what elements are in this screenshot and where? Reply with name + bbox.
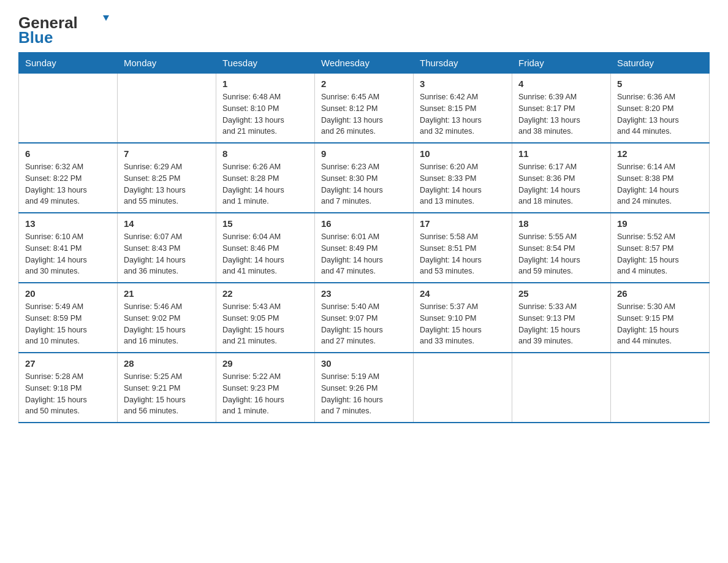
day-number: 26: [617, 288, 703, 299]
calendar-header-row: SundayMondayTuesdayWednesdayThursdayFrid…: [19, 53, 710, 74]
calendar-cell: 17Sunrise: 5:58 AM Sunset: 8:51 PM Dayli…: [414, 213, 512, 283]
day-info: Sunrise: 5:52 AM Sunset: 8:57 PM Dayligh…: [617, 231, 703, 277]
calendar-cell: 23Sunrise: 5:40 AM Sunset: 9:07 PM Dayli…: [315, 283, 414, 353]
calendar-cell: 18Sunrise: 5:55 AM Sunset: 8:54 PM Dayli…: [512, 213, 611, 283]
calendar-cell: [414, 353, 512, 423]
day-info: Sunrise: 6:10 AM Sunset: 8:41 PM Dayligh…: [25, 231, 111, 277]
day-number: 13: [25, 218, 111, 229]
page-header: General Blue: [18, 12, 710, 46]
day-number: 25: [518, 288, 604, 299]
day-number: 29: [222, 358, 308, 369]
day-number: 6: [25, 148, 111, 159]
calendar-cell: 16Sunrise: 6:01 AM Sunset: 8:49 PM Dayli…: [315, 213, 414, 283]
calendar-cell: 8Sunrise: 6:26 AM Sunset: 8:28 PM Daylig…: [216, 143, 315, 213]
day-info: Sunrise: 5:43 AM Sunset: 9:05 PM Dayligh…: [222, 301, 308, 347]
calendar-week-row: 20Sunrise: 5:49 AM Sunset: 8:59 PM Dayli…: [19, 283, 710, 353]
day-number: 27: [25, 358, 111, 369]
day-info: Sunrise: 5:33 AM Sunset: 9:13 PM Dayligh…: [518, 301, 604, 347]
calendar-cell: [19, 74, 118, 144]
calendar-cell: 22Sunrise: 5:43 AM Sunset: 9:05 PM Dayli…: [216, 283, 315, 353]
day-number: 3: [420, 79, 506, 89]
header-saturday: Saturday: [611, 53, 710, 74]
day-info: Sunrise: 6:26 AM Sunset: 8:28 PM Dayligh…: [222, 161, 308, 207]
calendar-cell: [512, 353, 611, 423]
day-info: Sunrise: 5:25 AM Sunset: 9:21 PM Dayligh…: [124, 371, 210, 417]
calendar-cell: 5Sunrise: 6:36 AM Sunset: 8:20 PM Daylig…: [611, 74, 710, 144]
header-thursday: Thursday: [414, 53, 512, 74]
day-info: Sunrise: 6:36 AM Sunset: 8:20 PM Dayligh…: [617, 91, 703, 137]
day-info: Sunrise: 5:37 AM Sunset: 9:10 PM Dayligh…: [420, 301, 506, 347]
day-number: 16: [321, 218, 407, 229]
day-info: Sunrise: 6:29 AM Sunset: 8:25 PM Dayligh…: [124, 161, 210, 207]
svg-text:Blue: Blue: [18, 28, 53, 46]
day-info: Sunrise: 5:58 AM Sunset: 8:51 PM Dayligh…: [420, 231, 506, 277]
day-number: 12: [617, 148, 703, 159]
svg-marker-1: [103, 15, 109, 21]
day-info: Sunrise: 6:32 AM Sunset: 8:22 PM Dayligh…: [25, 161, 111, 207]
header-tuesday: Tuesday: [216, 53, 315, 74]
day-info: Sunrise: 6:23 AM Sunset: 8:30 PM Dayligh…: [321, 161, 407, 207]
header-sunday: Sunday: [19, 53, 118, 74]
header-monday: Monday: [118, 53, 216, 74]
day-info: Sunrise: 6:42 AM Sunset: 8:15 PM Dayligh…: [420, 91, 506, 137]
day-number: 8: [222, 148, 308, 159]
calendar-cell: 29Sunrise: 5:22 AM Sunset: 9:23 PM Dayli…: [216, 353, 315, 423]
calendar-cell: 10Sunrise: 6:20 AM Sunset: 8:33 PM Dayli…: [414, 143, 512, 213]
logo-icon: General Blue: [18, 12, 116, 46]
day-number: 18: [518, 218, 604, 229]
day-number: 30: [321, 358, 407, 369]
calendar-cell: 30Sunrise: 5:19 AM Sunset: 9:26 PM Dayli…: [315, 353, 414, 423]
day-info: Sunrise: 6:48 AM Sunset: 8:10 PM Dayligh…: [222, 91, 308, 137]
calendar-cell: 11Sunrise: 6:17 AM Sunset: 8:36 PM Dayli…: [512, 143, 611, 213]
calendar-cell: 27Sunrise: 5:28 AM Sunset: 9:18 PM Dayli…: [19, 353, 118, 423]
calendar-cell: 1Sunrise: 6:48 AM Sunset: 8:10 PM Daylig…: [216, 74, 315, 144]
calendar-table: SundayMondayTuesdayWednesdayThursdayFrid…: [18, 52, 710, 423]
header-friday: Friday: [512, 53, 611, 74]
day-number: 22: [222, 288, 308, 299]
day-info: Sunrise: 5:28 AM Sunset: 9:18 PM Dayligh…: [25, 371, 111, 417]
day-number: 28: [124, 358, 210, 369]
day-info: Sunrise: 6:04 AM Sunset: 8:46 PM Dayligh…: [222, 231, 308, 277]
day-info: Sunrise: 6:17 AM Sunset: 8:36 PM Dayligh…: [518, 161, 604, 207]
calendar-cell: 20Sunrise: 5:49 AM Sunset: 8:59 PM Dayli…: [19, 283, 118, 353]
calendar-week-row: 6Sunrise: 6:32 AM Sunset: 8:22 PM Daylig…: [19, 143, 710, 213]
day-info: Sunrise: 6:20 AM Sunset: 8:33 PM Dayligh…: [420, 161, 506, 207]
day-info: Sunrise: 5:49 AM Sunset: 8:59 PM Dayligh…: [25, 301, 111, 347]
day-info: Sunrise: 5:22 AM Sunset: 9:23 PM Dayligh…: [222, 371, 308, 417]
calendar-week-row: 27Sunrise: 5:28 AM Sunset: 9:18 PM Dayli…: [19, 353, 710, 423]
logo: General Blue: [18, 12, 116, 46]
day-info: Sunrise: 6:14 AM Sunset: 8:38 PM Dayligh…: [617, 161, 703, 207]
calendar-cell: 19Sunrise: 5:52 AM Sunset: 8:57 PM Dayli…: [611, 213, 710, 283]
day-number: 17: [420, 218, 506, 229]
day-number: 1: [222, 79, 308, 89]
day-info: Sunrise: 6:39 AM Sunset: 8:17 PM Dayligh…: [518, 91, 604, 137]
day-number: 5: [617, 79, 703, 89]
calendar-cell: 25Sunrise: 5:33 AM Sunset: 9:13 PM Dayli…: [512, 283, 611, 353]
calendar-cell: [118, 74, 216, 144]
calendar-cell: 14Sunrise: 6:07 AM Sunset: 8:43 PM Dayli…: [118, 213, 216, 283]
day-number: 10: [420, 148, 506, 159]
calendar-week-row: 1Sunrise: 6:48 AM Sunset: 8:10 PM Daylig…: [19, 74, 710, 144]
calendar-cell: [611, 353, 710, 423]
calendar-cell: 21Sunrise: 5:46 AM Sunset: 9:02 PM Dayli…: [118, 283, 216, 353]
day-number: 20: [25, 288, 111, 299]
calendar-cell: 7Sunrise: 6:29 AM Sunset: 8:25 PM Daylig…: [118, 143, 216, 213]
day-info: Sunrise: 6:45 AM Sunset: 8:12 PM Dayligh…: [321, 91, 407, 137]
day-info: Sunrise: 5:30 AM Sunset: 9:15 PM Dayligh…: [617, 301, 703, 347]
day-number: 24: [420, 288, 506, 299]
calendar-cell: 3Sunrise: 6:42 AM Sunset: 8:15 PM Daylig…: [414, 74, 512, 144]
calendar-cell: 15Sunrise: 6:04 AM Sunset: 8:46 PM Dayli…: [216, 213, 315, 283]
calendar-cell: 28Sunrise: 5:25 AM Sunset: 9:21 PM Dayli…: [118, 353, 216, 423]
calendar-cell: 12Sunrise: 6:14 AM Sunset: 8:38 PM Dayli…: [611, 143, 710, 213]
day-number: 7: [124, 148, 210, 159]
calendar-cell: 26Sunrise: 5:30 AM Sunset: 9:15 PM Dayli…: [611, 283, 710, 353]
calendar-week-row: 13Sunrise: 6:10 AM Sunset: 8:41 PM Dayli…: [19, 213, 710, 283]
calendar-cell: 13Sunrise: 6:10 AM Sunset: 8:41 PM Dayli…: [19, 213, 118, 283]
day-info: Sunrise: 6:07 AM Sunset: 8:43 PM Dayligh…: [124, 231, 210, 277]
day-number: 14: [124, 218, 210, 229]
day-info: Sunrise: 6:01 AM Sunset: 8:49 PM Dayligh…: [321, 231, 407, 277]
day-info: Sunrise: 5:46 AM Sunset: 9:02 PM Dayligh…: [124, 301, 210, 347]
day-info: Sunrise: 5:40 AM Sunset: 9:07 PM Dayligh…: [321, 301, 407, 347]
day-number: 4: [518, 79, 604, 89]
day-number: 11: [518, 148, 604, 159]
